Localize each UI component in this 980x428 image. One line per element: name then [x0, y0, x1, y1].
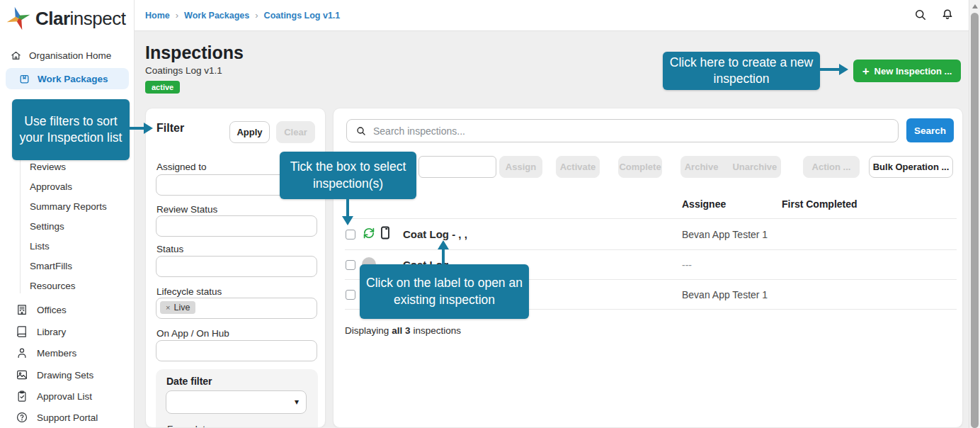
- arrow-shaft: [130, 127, 144, 130]
- sidebar-subitem-approvals[interactable]: Approvals: [30, 181, 72, 196]
- book-icon: [16, 325, 28, 338]
- assignee-cell: Bevan App Tester 1: [682, 289, 768, 300]
- sidebar-item-organisation-home[interactable]: Organisation Home: [10, 50, 111, 62]
- image-icon: [16, 368, 28, 381]
- activate-button[interactable]: Activate: [556, 156, 600, 178]
- assignee-cell: ---: [682, 259, 692, 271]
- brand-name: Clarinspect: [35, 8, 125, 30]
- brand-logo[interactable]: Clarinspect: [6, 6, 125, 31]
- person-icon: [16, 347, 28, 359]
- assignee-cell: Bevan App Tester 1: [682, 229, 768, 240]
- home-icon: [10, 50, 22, 62]
- clear-button[interactable]: Clear: [276, 121, 315, 143]
- date-filter-group: Date filter ▾ From date: [156, 369, 318, 428]
- date-filter-select[interactable]: ▾: [166, 390, 307, 414]
- status-input[interactable]: [156, 256, 317, 277]
- unarchive-button[interactable]: Unarchive: [732, 162, 777, 172]
- sidebar-item-work-packages[interactable]: Work Packages: [6, 68, 129, 89]
- table-divider: [345, 218, 957, 219]
- sidebar-item-approval-list[interactable]: Approval List: [16, 390, 92, 402]
- review-status-input[interactable]: [156, 215, 317, 237]
- sync-icon: [363, 227, 375, 240]
- lifecycle-chip-live[interactable]: × Live: [160, 301, 195, 314]
- search-button[interactable]: Search: [906, 118, 954, 142]
- arrow-down-icon: [342, 216, 353, 225]
- archive-button-group: Archive Unarchive: [680, 156, 781, 178]
- sidebar-subitem-settings[interactable]: Settings: [30, 221, 64, 235]
- topbar-icons: [913, 8, 955, 22]
- mobile-icon: [380, 226, 391, 240]
- topbar: Home › Work Packages › Coatings Log v1.1: [135, 0, 969, 31]
- table-divider: [345, 249, 957, 250]
- new-inspection-button[interactable]: + New Inspection ...: [853, 60, 961, 82]
- filter-title: Filter: [156, 122, 184, 135]
- on-app-on-hub-label: On App / On Hub: [156, 328, 229, 339]
- bulk-operation-button[interactable]: Bulk Operation ...: [869, 156, 953, 178]
- row-checkbox[interactable]: [346, 290, 355, 300]
- row-checkbox[interactable]: [346, 260, 355, 270]
- subnav-guide-line: [20, 160, 21, 293]
- inspection-link[interactable]: Coat Log - , ,: [403, 228, 467, 240]
- sidebar-subitem-smartfills[interactable]: SmartFills: [30, 261, 72, 275]
- sidebar: Clarinspect Organisation Home Work Packa…: [0, 0, 135, 428]
- page-subtitle: Coatings Log v1.1: [145, 65, 222, 76]
- breadcrumb-separator: ›: [176, 10, 178, 21]
- breadcrumb-separator: ›: [255, 10, 258, 21]
- sidebar-item-drawing-sets[interactable]: Drawing Sets: [16, 368, 93, 381]
- row-checkbox[interactable]: [346, 230, 355, 240]
- sidebar-subitem-reviews[interactable]: Reviews: [30, 162, 66, 176]
- sidebar-subitem-summary-reports[interactable]: Summary Reports: [30, 201, 107, 215]
- column-header-assignee: Assignee: [682, 198, 726, 210]
- column-header-first-completed: First Completed: [782, 198, 858, 210]
- scroll-up-icon[interactable]: [972, 4, 978, 9]
- sidebar-item-support-portal[interactable]: Support Portal: [16, 411, 98, 424]
- plus-icon: +: [862, 65, 870, 77]
- breadcrumb-home[interactable]: Home: [145, 11, 170, 21]
- tooltip-use-filters: Use filters to sort your Inspection list: [12, 99, 130, 160]
- search-icon: [355, 125, 367, 137]
- work-package-icon: [18, 73, 30, 85]
- complete-button[interactable]: Complete: [618, 156, 662, 178]
- lifecycle-status-label: Lifecycle status: [156, 286, 222, 297]
- building-icon: [16, 303, 28, 316]
- apply-button[interactable]: Apply: [229, 121, 270, 143]
- tooltip-create-inspection: Click here to create a new inspection: [663, 52, 820, 90]
- breadcrumb: Home › Work Packages › Coatings Log v1.1: [145, 10, 340, 21]
- action-button[interactable]: Action ...: [803, 156, 860, 178]
- page-title: Inspections: [145, 43, 244, 63]
- assign-button[interactable]: Assign: [499, 156, 542, 178]
- clipboard-check-icon: [16, 390, 28, 402]
- arrow-right-icon: [839, 64, 848, 75]
- sidebar-item-members[interactable]: Members: [16, 347, 76, 359]
- archive-button[interactable]: Archive: [685, 162, 719, 172]
- scrollbar-thumb[interactable]: [971, 13, 979, 428]
- results-summary: Displaying all 3 inspections: [345, 325, 461, 336]
- sidebar-subitem-lists[interactable]: Lists: [30, 241, 50, 255]
- date-filter-label: Date filter: [166, 376, 212, 387]
- chevron-down-icon: ▾: [295, 397, 299, 407]
- tooltip-open-inspection: Click on the label to open an existing i…: [360, 264, 529, 319]
- on-app-on-hub-input[interactable]: [156, 340, 317, 361]
- breadcrumb-work-packages[interactable]: Work Packages: [184, 11, 249, 21]
- chip-remove-icon[interactable]: ×: [166, 303, 170, 312]
- from-date-label: From date: [167, 424, 211, 428]
- sidebar-item-library[interactable]: Library: [16, 325, 66, 338]
- sidebar-subitem-resources[interactable]: Resources: [30, 281, 76, 295]
- inspection-search: [346, 119, 899, 142]
- arrow-right-icon: [144, 123, 153, 134]
- bell-icon[interactable]: [940, 8, 955, 22]
- lifecycle-status-input[interactable]: × Live: [156, 298, 317, 319]
- tooltip-tick-box: Tick the box to select inspection(s): [280, 152, 416, 199]
- compass-star-icon: [6, 6, 31, 31]
- breadcrumb-coatings-log[interactable]: Coatings Log v1.1: [264, 11, 341, 21]
- sidebar-item-offices[interactable]: Offices: [16, 303, 67, 316]
- selection-input[interactable]: [418, 156, 496, 178]
- search-inspections-input[interactable]: [373, 125, 898, 137]
- review-status-label: Review Status: [156, 204, 217, 215]
- assigned-to-label: Assigned to: [156, 162, 207, 172]
- arrow-shaft: [819, 68, 839, 71]
- status-badge: active: [145, 81, 180, 94]
- search-icon[interactable]: [913, 8, 928, 22]
- help-circle-icon: [16, 411, 28, 424]
- vertical-scrollbar[interactable]: [969, 0, 980, 428]
